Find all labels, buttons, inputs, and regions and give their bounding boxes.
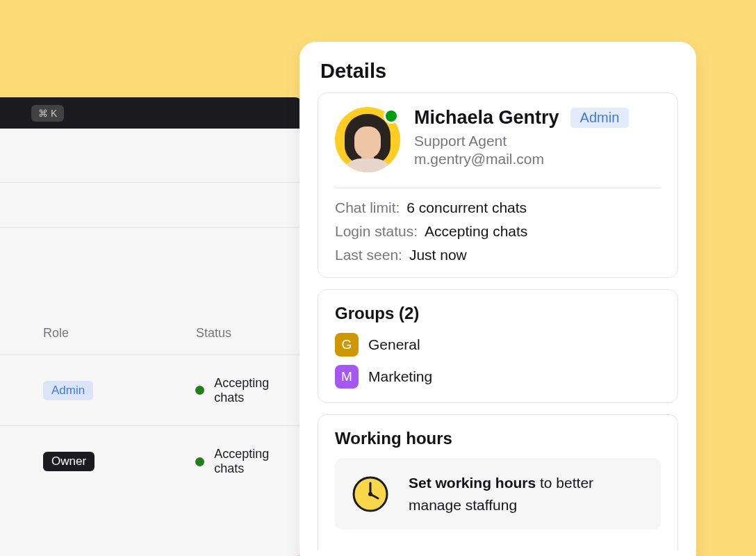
status-text: Accepting chats	[214, 447, 302, 476]
profile-header: Michaela Gentry Admin Support Agent m.ge…	[335, 107, 661, 188]
role-badge-owner: Owner	[43, 452, 94, 471]
chat-limit-label: Chat limit:	[335, 199, 400, 216]
details-title: Details	[320, 60, 678, 83]
command-k-shortcut-badge[interactable]: ⌘ K	[31, 105, 64, 122]
login-status-row: Login status: Accepting chats	[335, 223, 661, 240]
last-seen-value: Just now	[409, 247, 467, 263]
table-row[interactable]: Admin Accepting chats	[0, 355, 302, 426]
group-item-general[interactable]: G General	[335, 333, 661, 357]
working-hours-prompt-text: Set working hours to better manage staff…	[409, 472, 644, 516]
group-icon: G	[335, 333, 359, 357]
group-name: General	[368, 336, 420, 353]
status-dot-icon	[195, 457, 204, 466]
working-hours-prompt-bold: Set working hours	[409, 475, 536, 491]
groups-section: Groups (2) G General M Marketing	[318, 289, 678, 403]
column-header-status: Status	[196, 326, 231, 341]
profile-section: Michaela Gentry Admin Support Agent m.ge…	[318, 92, 678, 278]
status-dot-icon	[195, 386, 204, 395]
bg-spacer-row	[0, 183, 302, 228]
table-header-row: Role Status	[0, 228, 302, 355]
group-icon: M	[335, 365, 359, 389]
role-badge-admin: Admin	[570, 108, 630, 128]
working-hours-title: Working hours	[335, 429, 661, 448]
status-cell: Accepting chats	[195, 447, 302, 476]
login-status-value: Accepting chats	[425, 223, 527, 240]
bg-header-bar: ⌘ K	[0, 97, 302, 129]
chat-limit-value: 6 concurrent chats	[406, 199, 527, 216]
working-hours-prompt-card[interactable]: Set working hours to better manage staff…	[335, 458, 661, 530]
presence-online-icon	[384, 108, 399, 124]
status-text: Accepting chats	[214, 376, 302, 405]
profile-info: Michaela Gentry Admin Support Agent m.ge…	[414, 107, 661, 167]
group-name: Marketing	[368, 368, 432, 385]
groups-title: Groups (2)	[335, 304, 661, 323]
working-hours-section: Working hours Set working hours to bette…	[318, 414, 678, 550]
group-item-marketing[interactable]: M Marketing	[335, 365, 661, 389]
profile-name: Michaela Gentry	[414, 107, 559, 129]
profile-role: Support Agent	[414, 133, 661, 149]
details-panel: Details Michaela Gentry Admin	[299, 42, 696, 556]
chat-limit-row: Chat limit: 6 concurrent chats	[335, 199, 661, 216]
last-seen-row: Last seen: Just now	[335, 247, 661, 263]
last-seen-label: Last seen:	[335, 247, 402, 263]
avatar[interactable]	[335, 107, 400, 172]
clock-icon	[352, 475, 389, 513]
role-badge-admin: Admin	[43, 381, 93, 400]
background-table-panel: ⌘ K Role Status Admin Accepting chats Ow…	[0, 97, 302, 556]
profile-email: m.gentry@mail.com	[414, 151, 661, 167]
table-row[interactable]: Owner Accepting chats	[0, 426, 302, 497]
bg-spacer-row	[0, 129, 302, 183]
login-status-label: Login status:	[335, 223, 418, 240]
status-cell: Accepting chats	[195, 376, 302, 405]
column-header-role: Role	[43, 326, 196, 341]
